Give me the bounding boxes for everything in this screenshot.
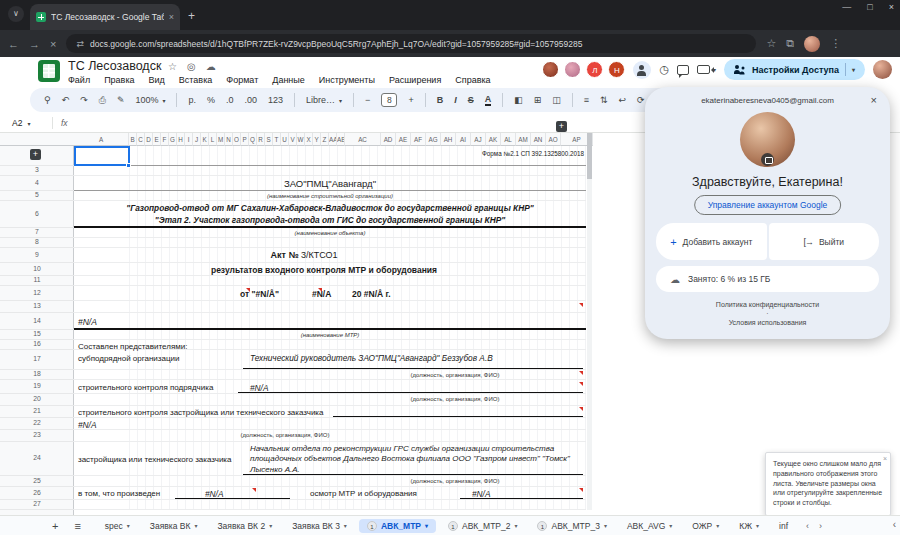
column-header[interactable]: Y [313, 133, 321, 146]
cell-object-line1[interactable]: "Газопровод-отвод от МГ Сахалин-Хабаровс… [74, 203, 586, 213]
change-photo-camera-icon[interactable] [761, 153, 774, 166]
panel-close-icon[interactable]: × [871, 94, 877, 106]
stop-icon[interactable]: × [50, 38, 56, 50]
column-header[interactable]: AM [516, 133, 531, 146]
cell-pos-label-4[interactable]: (должность, организация, ФИО) [330, 478, 580, 484]
column-header[interactable]: E [153, 133, 161, 146]
menu-item[interactable]: Формат [226, 75, 258, 85]
cell-developer[interactable]: застройщика или технического заказчика [78, 455, 232, 464]
row-header[interactable]: 6 [0, 201, 74, 228]
row-header[interactable]: 11 [0, 276, 74, 286]
window-close-button[interactable]: × [889, 2, 894, 12]
sheet-tab[interactable]: Заявка ВК 2 ▾ [209, 519, 280, 533]
back-icon[interactable]: ← [8, 38, 19, 50]
row-header[interactable]: 4 [0, 176, 74, 191]
collaborator-avatar[interactable] [564, 61, 581, 78]
sheet-tab[interactable]: 1 АВК_МТР_2 ▾ [440, 519, 525, 533]
column-header[interactable]: AK [486, 133, 501, 146]
row-header[interactable]: 25 [0, 476, 74, 487]
cell-sub-org[interactable]: субподрядной организации [78, 354, 179, 363]
column-header[interactable]: AD [381, 133, 396, 146]
menu-item[interactable]: Расширения [389, 75, 441, 85]
manage-account-button[interactable]: Управление аккаунтом Google [694, 195, 842, 215]
sheet-tab[interactable]: inf [771, 519, 796, 533]
search-icon[interactable]: ⚲ [44, 95, 51, 105]
font-size-field[interactable]: 8 [381, 93, 397, 107]
column-header[interactable]: O [233, 133, 241, 146]
cell-developer-value[interactable]: Начальник отдела по реконструкции ГРС сл… [250, 444, 583, 475]
paint-format-icon[interactable]: ✎ [117, 95, 125, 105]
sheets-logo-icon[interactable] [38, 60, 60, 82]
column-header[interactable]: G [169, 133, 177, 146]
italic-button[interactable]: I [454, 95, 457, 105]
decrease-font-button[interactable]: − [365, 95, 370, 105]
column-header[interactable]: D [145, 133, 153, 146]
cell-sub-org-value[interactable]: Технический руководитель ЗАО"ПМЦ"Авангар… [250, 353, 493, 363]
merge-cells-icon[interactable]: ◫ [552, 95, 561, 105]
window-maximize-button[interactable]: □ [867, 2, 872, 12]
column-header[interactable]: S [265, 133, 273, 146]
column-header[interactable]: R [257, 133, 265, 146]
menu-item[interactable]: Файл [68, 75, 90, 85]
storage-status[interactable]: ☁ Занято: 6 % из 15 ГБ [656, 266, 879, 292]
cell-form-number[interactable]: Форма №2.1 СП 392.1325800.2018 [482, 150, 584, 157]
column-header[interactable]: Z [321, 133, 329, 146]
menu-item[interactable]: Данные [272, 75, 305, 85]
sheet-tab[interactable]: АВК_AVG ▾ [619, 519, 680, 533]
column-header[interactable]: AE [396, 133, 411, 146]
row-header[interactable]: 22 [0, 418, 74, 430]
row-header[interactable]: 10 [0, 263, 74, 276]
tab-close-icon[interactable]: × [169, 12, 174, 22]
vertical-scrollbar-thumb[interactable] [587, 133, 592, 179]
column-header[interactable]: B [129, 133, 137, 146]
forward-icon[interactable]: → [29, 38, 40, 50]
row-header[interactable]: 16 [0, 340, 74, 350]
row-header[interactable]: 8 [0, 238, 74, 248]
tab-menu-caret-icon[interactable]: ▾ [604, 522, 607, 529]
tab-menu-caret-icon[interactable]: ▾ [194, 522, 197, 529]
sheet-tab[interactable]: 1 АВК_МТР ▾ [359, 519, 436, 533]
column-header[interactable]: N [225, 133, 233, 146]
column-header[interactable]: P [241, 133, 249, 146]
cell-mtr-label[interactable]: (наименование МТР) [74, 332, 586, 338]
lock-status-icon[interactable]: ◎ [187, 61, 196, 72]
cell-org-name[interactable]: ЗАО"ПМЦ"Авангард" [74, 178, 586, 189]
row-header[interactable]: 23 [0, 430, 74, 442]
select-all-corner[interactable] [0, 133, 74, 146]
text-wrap-icon[interactable]: ↩ [619, 95, 627, 105]
column-header[interactable]: I [185, 133, 193, 146]
privacy-policy-link[interactable]: Политика конфиденциальности [645, 300, 890, 309]
column-header[interactable]: W [297, 133, 305, 146]
column-group-expand-button[interactable]: + [556, 121, 567, 132]
column-header[interactable]: V [289, 133, 297, 146]
column-header[interactable]: AH [441, 133, 456, 146]
text-color-button[interactable]: A [485, 95, 492, 106]
font-select[interactable]: Libre… ▾ [306, 95, 342, 105]
row-header[interactable]: 12 [0, 286, 74, 301]
number-format-button[interactable]: 123 [268, 95, 283, 105]
column-header[interactable]: AG [426, 133, 441, 146]
horizontal-align-icon[interactable]: ≡ [584, 95, 589, 105]
zoom-select[interactable]: 100% ▾ [135, 95, 165, 105]
row-header[interactable]: 21 [0, 406, 74, 418]
tab-menu-caret-icon[interactable]: ▾ [514, 522, 517, 529]
cell-developer-control[interactable]: строительного контроля застройщика или т… [78, 408, 323, 417]
row-header[interactable]: 24 [0, 442, 74, 476]
row-header[interactable]: 27 [0, 500, 74, 510]
cell-pos-label-1[interactable]: (должность, организация, ФИО) [330, 372, 580, 378]
row-header[interactable]: 7 [0, 228, 74, 238]
column-header[interactable]: AF [411, 133, 426, 146]
cell-fact-intro[interactable]: в том, что произведен [78, 489, 160, 498]
tab-menu-caret-icon[interactable]: ▾ [344, 522, 347, 529]
column-header[interactable]: AJ [471, 133, 486, 146]
account-avatar[interactable] [873, 60, 892, 79]
cell-pos-label-3[interactable]: (должность, организация, ФИО) [160, 432, 410, 438]
site-info-icon[interactable]: ⇄ [76, 39, 84, 49]
currency-format-button[interactable]: р. [188, 95, 196, 105]
column-header[interactable]: F [161, 133, 169, 146]
increase-decimal-button[interactable]: .00 [245, 95, 258, 105]
row-header[interactable]: 20 [0, 394, 74, 406]
row-header[interactable]: 18 [0, 370, 74, 380]
fill-handle[interactable] [126, 163, 131, 168]
borders-icon[interactable]: ⊞ [534, 95, 542, 105]
